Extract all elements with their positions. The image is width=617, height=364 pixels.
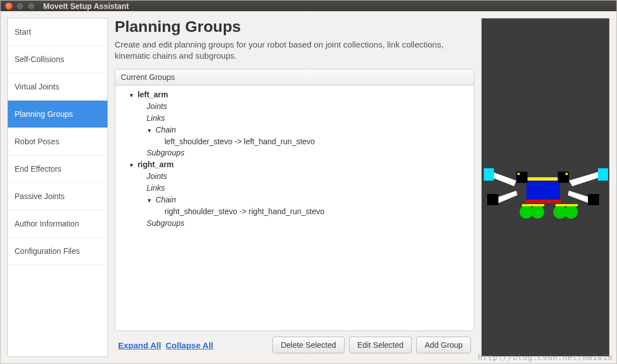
minimize-icon[interactable] (16, 2, 24, 10)
chevron-down-icon[interactable]: ▼ (147, 127, 153, 135)
main-panel: Planning Groups Create and edit planning… (115, 18, 474, 357)
tree-node-label: right_arm (138, 160, 174, 169)
tree-node[interactable]: ▼ Chain (120, 194, 469, 206)
tree-node-label: Links (147, 183, 165, 192)
tree-node-label: Subgroups (147, 219, 185, 228)
tree-node[interactable]: left_shoulder_stevo -> left_hand_run_ste… (120, 136, 469, 148)
svg-rect-12 (598, 168, 608, 181)
sidebar-item-configuration-files[interactable]: Configuration Files (8, 238, 107, 265)
svg-rect-22 (567, 204, 578, 206)
tree-node[interactable]: Joints (120, 171, 469, 182)
sidebar-item-author-information[interactable]: Author Information (8, 210, 107, 238)
svg-rect-0 (526, 179, 560, 200)
sidebar-item-robot-poses[interactable]: Robot Poses (8, 128, 107, 155)
tree-node[interactable]: Subgroups (120, 147, 469, 159)
collapse-all-link[interactable]: Collapse All (166, 341, 213, 350)
tree-node-label: left_shoulder_stevo -> left_hand_run_ste… (164, 137, 315, 146)
svg-rect-2 (525, 200, 561, 203)
tree-node[interactable]: ▼ left_arm (120, 89, 469, 101)
svg-rect-13 (487, 194, 498, 205)
tree-node-label: right_shoulder_stevo -> right_hand_run_s… (164, 207, 324, 216)
groups-panel-header: Current Groups (115, 69, 474, 86)
tree-node[interactable]: right_shoulder_stevo -> right_hand_run_s… (120, 206, 469, 218)
maximize-icon[interactable] (27, 2, 35, 10)
svg-rect-20 (533, 204, 544, 206)
content-area: Start Self-Collisions Virtual Joints Pla… (1, 11, 616, 363)
tree-node-label: Chain (156, 195, 176, 204)
groups-tree[interactable]: ▼ left_armJointsLinks▼ Chainleft_shoulde… (115, 86, 474, 330)
tree-node[interactable]: Joints (120, 101, 469, 112)
window-title: MoveIt Setup Assistant (43, 2, 129, 11)
sidebar-item-end-effectors[interactable]: End Effectors (8, 155, 107, 183)
svg-rect-19 (522, 204, 533, 206)
window-controls (5, 2, 35, 10)
close-icon[interactable] (5, 2, 13, 10)
svg-rect-11 (484, 168, 494, 181)
groups-panel: Current Groups ▼ left_armJointsLinks▼ Ch… (115, 69, 474, 331)
svg-rect-14 (588, 194, 599, 205)
sidebar-item-passive-joints[interactable]: Passive Joints (8, 183, 107, 210)
svg-rect-6 (566, 173, 568, 175)
tree-node[interactable]: Links (120, 182, 469, 194)
robot-visualization[interactable] (481, 18, 610, 357)
robot-render (482, 18, 610, 354)
svg-rect-5 (517, 173, 520, 175)
sidebar: Start Self-Collisions Virtual Joints Pla… (7, 18, 108, 357)
tree-node[interactable]: Links (120, 112, 469, 124)
page-title: Planning Groups (115, 18, 474, 36)
chevron-down-icon[interactable]: ▼ (129, 162, 135, 169)
page-description: Create and edit planning groups for your… (115, 39, 474, 61)
chevron-down-icon[interactable]: ▼ (129, 92, 135, 100)
titlebar: MoveIt Setup Assistant (1, 1, 616, 11)
tree-node-label: Subgroups (147, 148, 185, 157)
tree-node-label: Joints (147, 102, 167, 111)
svg-rect-1 (525, 177, 561, 181)
tree-node[interactable]: ▼ right_arm (120, 159, 469, 171)
bottom-bar: Expand All Collapse All Delete Selected … (115, 331, 474, 357)
svg-rect-21 (555, 204, 567, 206)
tree-node[interactable]: Subgroups (120, 218, 469, 229)
chevron-down-icon[interactable]: ▼ (147, 197, 153, 205)
tree-node-label: Links (147, 114, 165, 122)
tree-node-label: Joints (147, 172, 167, 181)
expand-all-link[interactable]: Expand All (118, 341, 161, 350)
svg-point-16 (531, 205, 544, 219)
sidebar-item-virtual-joints[interactable]: Virtual Joints (8, 73, 107, 101)
edit-selected-button[interactable]: Edit Selected (349, 337, 412, 353)
sidebar-item-self-collisions[interactable]: Self-Collisions (8, 46, 107, 73)
app-window: MoveIt Setup Assistant Start Self-Collis… (0, 0, 617, 364)
tree-node-label: Chain (156, 125, 176, 134)
tree-node-label: left_arm (138, 90, 168, 99)
delete-selected-button[interactable]: Delete Selected (272, 337, 345, 353)
sidebar-item-start[interactable]: Start (8, 18, 107, 46)
sidebar-item-planning-groups[interactable]: Planning Groups (8, 101, 107, 128)
add-group-button[interactable]: Add Group (416, 337, 471, 353)
svg-point-18 (564, 205, 578, 219)
tree-node[interactable]: ▼ Chain (120, 124, 469, 136)
